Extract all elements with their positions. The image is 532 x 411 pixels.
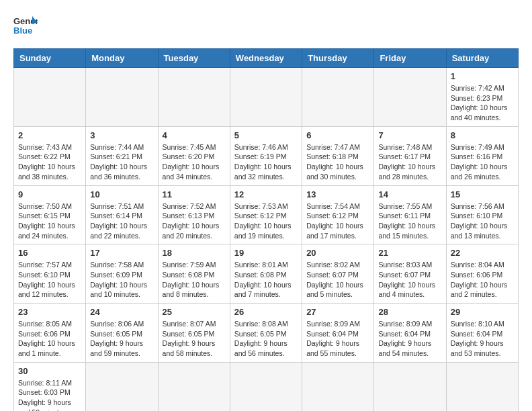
day-number: 10 <box>90 189 153 199</box>
day-info: Sunrise: 7:53 AM Sunset: 6:12 PM Dayligh… <box>234 201 298 241</box>
calendar-cell <box>86 68 158 127</box>
calendar-cell: 17Sunrise: 7:58 AM Sunset: 6:09 PM Dayli… <box>86 244 158 304</box>
day-number: 25 <box>163 307 226 317</box>
day-info: Sunrise: 7:49 AM Sunset: 6:16 PM Dayligh… <box>451 142 514 182</box>
calendar-cell: 15Sunrise: 7:56 AM Sunset: 6:10 PM Dayli… <box>446 185 518 244</box>
day-info: Sunrise: 7:54 AM Sunset: 6:12 PM Dayligh… <box>306 201 369 241</box>
calendar-cell <box>446 362 518 411</box>
calendar-cell: 5Sunrise: 7:46 AM Sunset: 6:19 PM Daylig… <box>230 126 302 185</box>
calendar-cell: 19Sunrise: 8:01 AM Sunset: 6:08 PM Dayli… <box>230 244 302 304</box>
day-number: 23 <box>18 307 81 317</box>
weekday-header-thursday: Thursday <box>302 49 374 68</box>
day-info: Sunrise: 7:43 AM Sunset: 6:22 PM Dayligh… <box>18 142 81 182</box>
calendar-week-row: 1Sunrise: 7:42 AM Sunset: 6:23 PM Daylig… <box>14 68 519 127</box>
calendar-cell <box>302 362 374 411</box>
day-info: Sunrise: 8:04 AM Sunset: 6:06 PM Dayligh… <box>451 260 514 300</box>
calendar-cell <box>230 68 302 127</box>
weekday-header-friday: Friday <box>374 49 446 68</box>
day-number: 8 <box>451 130 514 140</box>
calendar-cell <box>14 68 86 127</box>
calendar-week-row: 23Sunrise: 8:05 AM Sunset: 6:06 PM Dayli… <box>14 304 519 363</box>
day-info: Sunrise: 8:05 AM Sunset: 6:06 PM Dayligh… <box>18 319 81 359</box>
day-info: Sunrise: 7:46 AM Sunset: 6:19 PM Dayligh… <box>234 142 298 182</box>
day-info: Sunrise: 7:48 AM Sunset: 6:17 PM Dayligh… <box>378 142 441 182</box>
day-info: Sunrise: 7:44 AM Sunset: 6:21 PM Dayligh… <box>90 142 153 182</box>
calendar-cell: 1Sunrise: 7:42 AM Sunset: 6:23 PM Daylig… <box>446 68 518 127</box>
calendar-cell: 25Sunrise: 8:07 AM Sunset: 6:05 PM Dayli… <box>158 304 230 363</box>
day-number: 14 <box>378 189 441 199</box>
weekday-header-row: SundayMondayTuesdayWednesdayThursdayFrid… <box>14 49 519 68</box>
calendar-cell <box>86 362 158 411</box>
calendar-cell: 6Sunrise: 7:47 AM Sunset: 6:18 PM Daylig… <box>302 126 374 185</box>
logo: General Blue <box>13 13 38 38</box>
calendar-cell <box>374 362 446 411</box>
calendar-cell <box>302 68 374 127</box>
day-number: 17 <box>90 248 153 258</box>
day-info: Sunrise: 8:11 AM Sunset: 6:03 PM Dayligh… <box>18 378 81 411</box>
calendar-cell: 16Sunrise: 7:57 AM Sunset: 6:10 PM Dayli… <box>14 244 86 304</box>
day-info: Sunrise: 7:57 AM Sunset: 6:10 PM Dayligh… <box>18 260 81 300</box>
calendar-cell: 28Sunrise: 8:09 AM Sunset: 6:04 PM Dayli… <box>374 304 446 363</box>
day-info: Sunrise: 8:03 AM Sunset: 6:07 PM Dayligh… <box>378 260 441 300</box>
day-info: Sunrise: 7:58 AM Sunset: 6:09 PM Dayligh… <box>90 260 153 300</box>
day-number: 19 <box>234 248 298 258</box>
day-info: Sunrise: 7:47 AM Sunset: 6:18 PM Dayligh… <box>306 142 369 182</box>
day-number: 24 <box>90 307 153 317</box>
calendar-cell: 27Sunrise: 8:09 AM Sunset: 6:04 PM Dayli… <box>302 304 374 363</box>
day-number: 12 <box>234 189 298 199</box>
weekday-header-wednesday: Wednesday <box>230 49 302 68</box>
calendar-cell: 26Sunrise: 8:08 AM Sunset: 6:05 PM Dayli… <box>230 304 302 363</box>
calendar-cell: 14Sunrise: 7:55 AM Sunset: 6:11 PM Dayli… <box>374 185 446 244</box>
day-info: Sunrise: 8:10 AM Sunset: 6:04 PM Dayligh… <box>451 319 514 359</box>
day-info: Sunrise: 7:56 AM Sunset: 6:10 PM Dayligh… <box>451 201 514 241</box>
day-number: 11 <box>163 189 226 199</box>
calendar-week-row: 16Sunrise: 7:57 AM Sunset: 6:10 PM Dayli… <box>14 244 519 304</box>
calendar-cell <box>374 68 446 127</box>
day-number: 22 <box>451 248 514 258</box>
calendar-cell: 18Sunrise: 7:59 AM Sunset: 6:08 PM Dayli… <box>158 244 230 304</box>
day-info: Sunrise: 8:09 AM Sunset: 6:04 PM Dayligh… <box>378 319 441 359</box>
day-info: Sunrise: 7:52 AM Sunset: 6:13 PM Dayligh… <box>163 201 226 241</box>
calendar-cell: 21Sunrise: 8:03 AM Sunset: 6:07 PM Dayli… <box>374 244 446 304</box>
calendar-cell: 23Sunrise: 8:05 AM Sunset: 6:06 PM Dayli… <box>14 304 86 363</box>
day-number: 27 <box>306 307 369 317</box>
day-number: 29 <box>451 307 514 317</box>
day-info: Sunrise: 8:07 AM Sunset: 6:05 PM Dayligh… <box>163 319 226 359</box>
calendar-cell: 10Sunrise: 7:51 AM Sunset: 6:14 PM Dayli… <box>86 185 158 244</box>
day-info: Sunrise: 8:08 AM Sunset: 6:05 PM Dayligh… <box>234 319 298 359</box>
day-info: Sunrise: 8:06 AM Sunset: 6:05 PM Dayligh… <box>90 319 153 359</box>
calendar-cell: 7Sunrise: 7:48 AM Sunset: 6:17 PM Daylig… <box>374 126 446 185</box>
day-number: 1 <box>451 71 514 81</box>
calendar-cell: 12Sunrise: 7:53 AM Sunset: 6:12 PM Dayli… <box>230 185 302 244</box>
day-number: 18 <box>163 248 226 258</box>
calendar-cell: 9Sunrise: 7:50 AM Sunset: 6:15 PM Daylig… <box>14 185 86 244</box>
calendar-table: SundayMondayTuesdayWednesdayThursdayFrid… <box>13 48 519 411</box>
weekday-header-sunday: Sunday <box>14 49 86 68</box>
calendar-cell: 4Sunrise: 7:45 AM Sunset: 6:20 PM Daylig… <box>158 126 230 185</box>
day-info: Sunrise: 7:55 AM Sunset: 6:11 PM Dayligh… <box>378 201 441 241</box>
day-info: Sunrise: 7:50 AM Sunset: 6:15 PM Dayligh… <box>18 201 81 241</box>
day-number: 2 <box>18 130 81 140</box>
calendar-cell: 11Sunrise: 7:52 AM Sunset: 6:13 PM Dayli… <box>158 185 230 244</box>
weekday-header-monday: Monday <box>86 49 158 68</box>
calendar-cell <box>158 68 230 127</box>
svg-text:Blue: Blue <box>13 26 32 36</box>
day-number: 13 <box>306 189 369 199</box>
weekday-header-tuesday: Tuesday <box>158 49 230 68</box>
calendar-cell: 3Sunrise: 7:44 AM Sunset: 6:21 PM Daylig… <box>86 126 158 185</box>
calendar-cell: 13Sunrise: 7:54 AM Sunset: 6:12 PM Dayli… <box>302 185 374 244</box>
calendar-cell <box>158 362 230 411</box>
day-info: Sunrise: 8:01 AM Sunset: 6:08 PM Dayligh… <box>234 260 298 300</box>
day-info: Sunrise: 7:45 AM Sunset: 6:20 PM Dayligh… <box>163 142 226 182</box>
calendar-cell: 30Sunrise: 8:11 AM Sunset: 6:03 PM Dayli… <box>14 362 86 411</box>
day-number: 9 <box>18 189 81 199</box>
day-number: 28 <box>378 307 441 317</box>
day-number: 20 <box>306 248 369 258</box>
calendar-cell <box>230 362 302 411</box>
day-number: 7 <box>378 130 441 140</box>
calendar-week-row: 9Sunrise: 7:50 AM Sunset: 6:15 PM Daylig… <box>14 185 519 244</box>
calendar-week-row: 30Sunrise: 8:11 AM Sunset: 6:03 PM Dayli… <box>14 362 519 411</box>
calendar-cell: 29Sunrise: 8:10 AM Sunset: 6:04 PM Dayli… <box>446 304 518 363</box>
weekday-header-saturday: Saturday <box>446 49 518 68</box>
calendar-cell: 8Sunrise: 7:49 AM Sunset: 6:16 PM Daylig… <box>446 126 518 185</box>
